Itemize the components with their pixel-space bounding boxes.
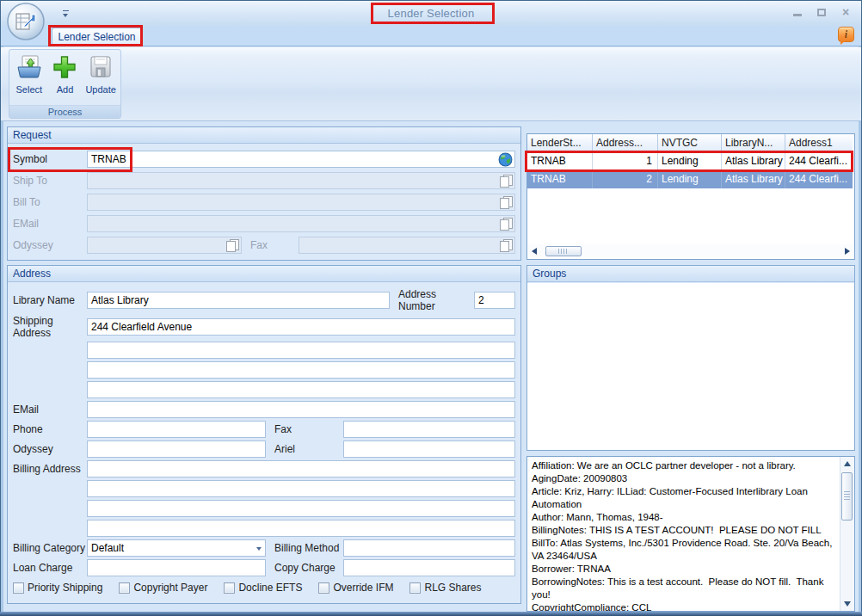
billing-address-input-3[interactable] [87, 500, 515, 517]
close-button[interactable]: × [840, 7, 851, 17]
phone-input[interactable] [87, 421, 266, 438]
copy-icon [500, 175, 513, 188]
checkbox-copyright-payer[interactable]: Copyright Payer [119, 582, 207, 594]
grid-cell[interactable]: 2 [593, 170, 658, 188]
detail-line: AgingDate: 20090803 [532, 472, 838, 485]
symbol-input[interactable]: TRNAB [87, 151, 515, 168]
billing-category-label: Billing Category [13, 542, 87, 554]
fax-input[interactable] [343, 421, 515, 438]
tab-lender-selection[interactable]: Lender Selection [52, 28, 142, 46]
copy-icon [500, 218, 513, 231]
grid-cell[interactable]: 244 Clearfi... [785, 170, 853, 188]
fax-label: Fax [274, 423, 343, 435]
billing-method-label: Billing Method [274, 542, 343, 554]
checkbox-icon [224, 582, 235, 594]
phone-label: Phone [13, 423, 87, 435]
checkbox-override-ifm[interactable]: Override IFM [318, 582, 393, 594]
quick-access-toolbar-dropdown[interactable] [62, 10, 70, 18]
update-button[interactable]: Update [83, 52, 119, 106]
loan-charge-input[interactable] [87, 559, 266, 576]
billing-address-input-4[interactable] [87, 520, 515, 537]
grid-horizontal-scrollbar[interactable] [528, 244, 853, 257]
scroll-up-arrow-icon[interactable] [844, 461, 851, 466]
billing-address-input-1[interactable] [87, 460, 515, 477]
ariel-input[interactable] [343, 440, 515, 458]
select-button[interactable]: Select [11, 52, 46, 106]
checkbox-rlg-shares[interactable]: RLG Shares [409, 582, 481, 594]
scrollbar-thumb[interactable] [841, 472, 853, 521]
billing-address-label: Billing Address [13, 463, 87, 475]
grid-cell[interactable]: TRNAB [527, 152, 593, 170]
detail-line: Affiliation: We are an OCLC partner deve… [532, 459, 838, 472]
scroll-down-arrow-icon[interactable] [844, 601, 851, 607]
grid-row-1[interactable]: TRNAB 1 Lending Atlas Library 244 Clearf… [527, 152, 854, 170]
shipping-address-input-1[interactable]: 244 Clearfield Avenue [87, 318, 515, 336]
ariel-label: Ariel [274, 443, 343, 455]
request-odyssey-label: Odyssey [13, 239, 87, 251]
scroll-right-arrow-icon[interactable] [845, 248, 850, 255]
details-vertical-scrollbar[interactable] [840, 457, 854, 611]
copy-charge-label: Copy Charge [274, 562, 343, 574]
minimize-button[interactable] [792, 7, 803, 17]
library-name-input[interactable]: Atlas Library [87, 292, 390, 309]
column-header-libraryname[interactable]: LibraryN... [722, 134, 785, 152]
grid-cell[interactable]: TRNAB [527, 170, 593, 188]
email-label: EMail [13, 403, 87, 416]
maximize-button[interactable] [816, 7, 827, 17]
copy-charge-input[interactable] [343, 559, 515, 576]
window-bottom-edge [0, 612, 862, 616]
groups-panel: Groups [526, 265, 855, 451]
billing-category-select[interactable]: Default [87, 539, 266, 557]
add-button[interactable]: Add [47, 52, 83, 106]
groups-panel-header: Groups [527, 266, 854, 282]
column-header-lenderstring[interactable]: LenderSt... [527, 134, 593, 152]
select-button-label: Select [16, 84, 43, 95]
checkbox-docline-efts[interactable]: Docline EFTS [224, 582, 302, 594]
checkbox-icon [119, 582, 130, 594]
grid-cell[interactable]: Lending [658, 170, 722, 188]
grid-cell[interactable]: 244 Clearfi... [785, 152, 853, 170]
minimize-icon [793, 14, 802, 16]
help-icon[interactable]: i [838, 27, 854, 42]
request-fax-input [299, 237, 515, 254]
checkbox-icon [13, 582, 24, 594]
address-panel: Address Library Name Atlas Library Addre… [7, 265, 521, 604]
grid-cell[interactable]: Lending [658, 152, 722, 170]
billing-address-input-2[interactable] [87, 480, 515, 497]
odyssey-input[interactable] [87, 440, 266, 458]
scrollbar-thumb[interactable] [545, 246, 582, 256]
request-email-input [87, 215, 515, 232]
column-header-addressnumber[interactable]: Address... [593, 134, 658, 152]
groups-list[interactable] [527, 283, 854, 450]
library-name-label: Library Name [13, 294, 87, 306]
detail-line: CopyrightCompliance: CCL [532, 601, 838, 611]
checkbox-priority-shipping[interactable]: Priority Shipping [13, 582, 102, 594]
lender-details-text: Affiliation: We are an OCLC partner deve… [527, 457, 840, 611]
grid-row-2-selected[interactable]: TRNAB 2 Lending Atlas Library 244 Clearf… [527, 170, 854, 188]
column-header-address1[interactable]: Address1 [785, 134, 853, 152]
ship-to-input [87, 172, 515, 189]
request-panel: Request Symbol TRNAB Ship To Bill To [7, 126, 521, 261]
lender-grid: LenderSt... Address... NVTGC LibraryN...… [526, 133, 855, 260]
ribbon-group-process: Select Add [9, 49, 121, 119]
grid-cell[interactable]: Atlas Library [722, 152, 785, 170]
scroll-left-arrow-icon[interactable] [532, 248, 537, 255]
globe-icon[interactable] [498, 152, 513, 167]
chevron-down-icon [256, 547, 262, 551]
checkbox-icon [318, 582, 329, 594]
email-input[interactable] [87, 401, 515, 418]
column-header-nvtgc[interactable]: NVTGC [658, 134, 722, 152]
shipping-address-input-2[interactable] [87, 342, 515, 359]
process-group-label: Process [9, 105, 120, 118]
bill-to-input [87, 194, 515, 211]
detail-line: Author: Mann, Thomas, 1948- [532, 511, 838, 524]
grid-cell[interactable]: Atlas Library [722, 170, 785, 188]
address-number-input[interactable]: 2 [474, 292, 515, 309]
shipping-address-input-3[interactable] [87, 361, 515, 379]
bill-to-label: Bill To [13, 196, 87, 208]
grid-cell[interactable]: 1 [593, 152, 658, 170]
shipping-address-input-4[interactable] [87, 381, 515, 398]
billing-method-input[interactable] [343, 539, 515, 557]
application-menu-button[interactable] [6, 2, 46, 41]
copy-icon [226, 239, 239, 252]
